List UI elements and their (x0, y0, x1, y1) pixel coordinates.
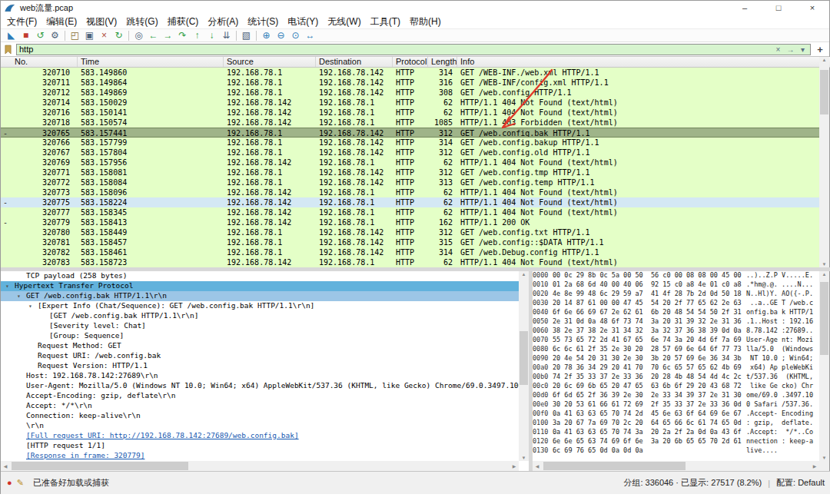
hex-bytes[interactable]: 6f 6e 66 69 67 2e 62 61 6b 20 48 54 54 5… (553, 308, 746, 316)
hex-row[interactable]: 00502e 31 0d 0a 48 6f 73 74 3a 20 31 39 … (533, 317, 819, 327)
capture-comment-button[interactable]: ✎ (17, 478, 24, 487)
detail-row[interactable]: [HTTP request 1/1] (1, 441, 519, 451)
hex-ascii[interactable]: lla/5.0 (Windows (746, 345, 813, 353)
scroll-down-icon[interactable]: ▼ (819, 456, 829, 460)
hex-row[interactable]: 003020 14 87 61 00 00 47 45 54 20 2f 77 … (533, 299, 819, 308)
menu-item-capture[interactable]: 捕获(C) (163, 15, 204, 29)
start-capture-icon[interactable]: ◣ (4, 29, 18, 41)
detail-row[interactable]: Connection: keep-alive\r\n (1, 411, 519, 421)
detail-row[interactable]: Request Version: HTTP/1.1 (1, 361, 519, 371)
packet-row[interactable]: 320775-583.158224192.168.78.142192.168.7… (1, 197, 819, 207)
hex-row[interactable]: 01206e 6e 65 63 74 69 6f 6e 3a 20 6b 65 … (533, 437, 819, 446)
detail-row[interactable]: [Severity level: Chat] (1, 321, 519, 331)
go-forward-icon[interactable]: → (161, 29, 175, 41)
display-filter-field[interactable]: ×→▾ (16, 44, 811, 55)
hex-ascii[interactable]: ..)..Z.P V.....E. (746, 271, 813, 279)
detail-row[interactable]: [Full request URI: http://192.168.78.142… (1, 431, 519, 441)
scroll-up-icon[interactable]: ▲ (519, 272, 529, 277)
hex-row[interactable]: 00b074 2f 35 33 37 2e 33 36 20 28 4b 48 … (533, 373, 819, 382)
hex-row[interactable]: 00f00a 41 63 63 65 70 74 2d 45 6e 63 6f … (533, 410, 819, 419)
expert-info-button[interactable]: ● (7, 478, 12, 487)
stop-capture-icon[interactable]: ■ (18, 29, 33, 41)
packet-row[interactable]: 320716583.150141192.168.78.142192.168.78… (1, 108, 819, 118)
hex-bytes[interactable]: 74 2f 35 33 37 2e 33 36 20 28 4b 48 54 4… (553, 373, 746, 380)
colorize-icon[interactable]: ▧ (239, 29, 254, 41)
menu-item-help[interactable]: 帮助(H) (405, 15, 446, 29)
detail-row[interactable]: \r\n (1, 421, 519, 431)
hex-bytes[interactable]: 0a 41 63 63 65 70 74 3a 20 2a 2f 2a 0d 0… (553, 428, 746, 436)
hex-row[interactable]: 006038 2e 37 38 2e 31 34 32 3a 32 37 36 … (533, 327, 819, 336)
packet-row[interactable]: 320710583.149860192.168.78.1192.168.78.1… (1, 68, 819, 78)
filter-input[interactable] (19, 45, 773, 54)
packet-row[interactable]: 320780583.158449192.168.78.1192.168.78.1… (1, 227, 819, 237)
detail-row[interactable]: Accept-Encoding: gzip, deflate\r\n (1, 391, 519, 401)
hex-row[interactable]: 01100a 41 63 63 65 70 74 3a 20 2a 2f 2a … (533, 428, 819, 437)
go-last-icon[interactable]: ↓ (204, 29, 219, 41)
detail-row[interactable]: Request URI: /web.config.bak (1, 351, 519, 361)
detail-row[interactable]: [GET /web.config.bak HTTP/1.1\r\n] (1, 311, 519, 321)
column-header-time[interactable]: Time (78, 57, 224, 67)
menu-item-analyze[interactable]: 分析(A) (203, 15, 243, 29)
hex-bytes[interactable]: 6e 6e 65 63 74 69 6f 6e 3a 20 6b 65 65 7… (553, 437, 746, 445)
hex-ascii[interactable]: .1..Host : 192.16 (746, 317, 813, 325)
filter-bookmark-icon[interactable] (4, 44, 13, 55)
detail-row[interactable]: ▾Hypertext Transfer Protocol (1, 281, 519, 291)
hex-row[interactable]: 009020 4e 54 20 31 30 2e 30 3b 20 57 69 … (533, 354, 819, 363)
add-filter-button[interactable]: + (814, 44, 826, 55)
hex-ascii[interactable]: ome/69.0 .3497.10 (746, 391, 813, 399)
packet-row[interactable]: 320779-583.158413192.168.78.142192.168.7… (1, 217, 819, 227)
scroll-up-icon[interactable]: ▲ (819, 58, 829, 62)
packet-row[interactable]: 320781583.158457192.168.78.1192.168.78.1… (1, 237, 819, 247)
column-header-protocol[interactable]: Protocol (393, 57, 428, 67)
packet-row[interactable]: 320783583.158723192.168.78.142192.168.78… (1, 257, 819, 267)
hex-h-scrollbar[interactable]: ◀ ▶ (533, 461, 819, 471)
detail-row[interactable]: ▾[Expert Info (Chat/Sequence): GET /web.… (1, 301, 519, 311)
scroll-down-icon[interactable]: ▼ (819, 262, 829, 267)
packet-row[interactable]: 320714583.150029192.168.78.142192.168.78… (1, 98, 819, 108)
hex-bytes[interactable]: 20 78 36 34 29 20 41 70 70 6c 65 57 65 6… (553, 363, 746, 371)
hex-bytes[interactable]: 20 14 87 61 00 00 47 45 54 20 2f 77 65 6… (553, 299, 746, 307)
hex-row[interactable]: 00406f 6e 66 69 67 2e 62 61 6b 20 48 54 … (533, 308, 819, 317)
find-packet-icon[interactable]: ◎ (131, 29, 146, 41)
restart-capture-icon[interactable]: ↺ (33, 29, 48, 41)
hex-row[interactable]: 00d06f 6d 65 2f 36 39 2e 30 2e 33 34 39 … (533, 391, 819, 400)
hex-ascii[interactable]: t/537.36 (KHTML, (746, 373, 813, 380)
scroll-right-icon[interactable]: ▶ (812, 463, 818, 469)
hex-row[interactable]: 00e030 20 53 61 66 61 72 69 2f 35 33 37 … (533, 400, 819, 410)
column-header-info[interactable]: Info (457, 57, 830, 67)
hex-bytes[interactable]: 6c 6c 61 2f 35 2e 30 20 28 57 69 6e 64 6… (553, 345, 746, 353)
hex-ascii[interactable]: 8.78.142 :27689.. (746, 327, 813, 334)
hex-row[interactable]: 00806c 6c 61 2f 35 2e 30 20 28 57 69 6e … (533, 345, 819, 354)
hex-row[interactable]: 01306c 69 76 65 0d 0a 0d 0alive.... (533, 446, 819, 456)
packet-list-scrollbar[interactable]: ▲ ▼ (819, 57, 829, 267)
details-h-scrollbar[interactable]: ◀ ▶ (1, 461, 519, 471)
filter-dropdown-icon[interactable]: ▾ (798, 45, 808, 54)
scroll-up-icon[interactable]: ▲ (819, 272, 829, 277)
scroll-left-icon[interactable]: ◀ (2, 463, 8, 469)
packet-row[interactable]: 320711583.149864192.168.78.1192.168.78.1… (1, 78, 819, 88)
hex-row[interactable]: 001001 2a 68 6d 40 00 40 06 92 15 c0 a8 … (533, 280, 819, 290)
hex-ascii[interactable]: nnection : keep-a (746, 437, 813, 445)
hex-bytes[interactable]: 0a 41 63 63 65 70 74 2d 45 6e 63 6f 64 6… (553, 410, 746, 417)
menu-item-wireless[interactable]: 无线(W) (323, 15, 365, 29)
hex-ascii[interactable]: N..Hl)Y. AO({-.P. (746, 290, 813, 297)
resize-columns-icon[interactable]: ↔ (303, 29, 317, 41)
expander-icon[interactable]: ▾ (5, 283, 15, 290)
clear-filter-icon[interactable]: × (773, 45, 783, 54)
hex-ascii[interactable]: like Ge cko) Chr (746, 382, 813, 390)
menu-item-view[interactable]: 视图(V) (81, 15, 121, 29)
packet-row[interactable]: 320777583.158345192.168.78.142192.168.78… (1, 207, 819, 217)
detail-row[interactable]: TCP payload (258 bytes) (1, 271, 519, 281)
hex-row[interactable]: 00a020 78 36 34 29 20 41 70 70 6c 65 57 … (533, 363, 819, 373)
hex-ascii[interactable]: 0 Safari /537.36. (746, 400, 813, 408)
hex-ascii[interactable]: : gzip, deflate. (746, 419, 813, 426)
save-file-icon[interactable]: ▣ (82, 29, 97, 41)
hex-scrollbar[interactable]: ▲ ▼ (819, 271, 829, 461)
hex-ascii[interactable]: .Accept- Encoding (746, 410, 813, 417)
status-profile[interactable]: 配置: Default (776, 477, 825, 489)
hex-ascii[interactable]: ..a..GE T /web.c (746, 299, 813, 307)
go-back-icon[interactable]: ← (146, 29, 161, 41)
expander-icon[interactable]: ▾ (28, 303, 38, 310)
hex-ascii[interactable]: onfig.ba k HTTP/1 (746, 308, 813, 316)
hex-bytes[interactable]: 00 0c 29 8b 0c 5a 00 50 56 c0 00 08 08 0… (553, 271, 746, 279)
